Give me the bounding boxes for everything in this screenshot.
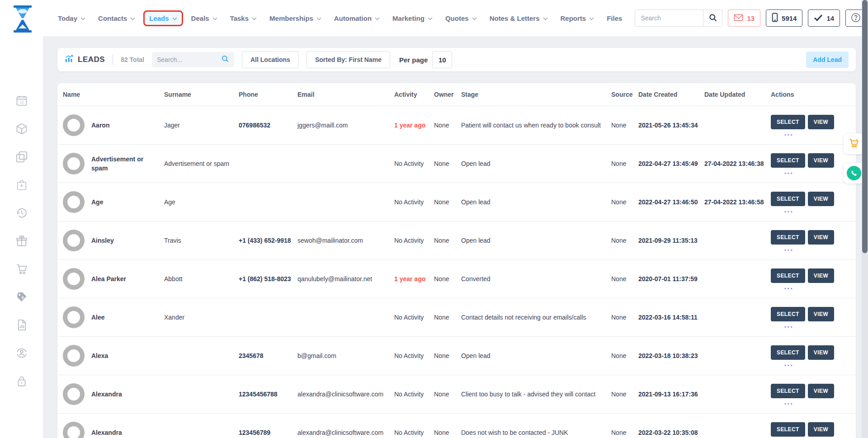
column-header-email: Email [297,90,394,99]
scrollbar-thumb[interactable] [862,0,868,253]
view-button[interactable]: VIEW [808,422,834,437]
view-button[interactable]: VIEW [808,230,834,245]
view-button[interactable]: VIEW [808,153,834,168]
cell-stage: Client too busy to talk - advised they w… [461,390,611,399]
cell-stage: Converted [461,274,611,283]
global-search-input[interactable] [635,10,703,26]
more-actions-button[interactable]: ••• [784,210,849,213]
divider [113,55,113,65]
question-icon [851,13,861,24]
select-button[interactable]: SELECT [771,192,805,206]
table-row[interactable]: Alexa 2345678 b@gmail.com No Activity No… [57,336,856,375]
view-button[interactable]: VIEW [808,384,834,398]
cell-phone: +1 (433) 652-9918 [239,236,297,245]
more-actions-button[interactable]: ••• [784,402,849,405]
table-search-input[interactable] [157,56,221,63]
more-actions-button[interactable]: ••• [784,249,849,251]
report-icon[interactable] [15,318,28,332]
more-actions-button[interactable]: ••• [784,133,849,136]
more-actions-button[interactable]: ••• [784,364,849,367]
calendar-icon[interactable]: 12 [15,94,28,108]
phone-badge[interactable]: 5914 [766,9,802,27]
more-actions-button[interactable]: ••• [784,287,849,290]
lock-icon[interactable] [15,374,28,388]
cart-icon[interactable] [15,262,28,276]
select-button[interactable]: SELECT [771,307,805,321]
table-row[interactable]: Age Age No Activity None Open lead None … [57,183,856,221]
table-row[interactable]: Alee Xander No Activity None Contact det… [57,298,856,336]
nav-item-reports[interactable]: Reports [561,14,594,22]
cell-name: Alea Parker [63,268,164,290]
price-tag-icon[interactable]: $ [15,290,28,304]
cell-name: Age [63,191,164,213]
nav-item-contacts[interactable]: Contacts [98,14,135,22]
tasks-badge[interactable]: 14 [808,9,840,27]
chevron-down-icon [316,17,321,20]
select-button[interactable]: SELECT [771,153,805,168]
avatar [63,306,85,328]
cell-date-created: 2022-04-27 13:46:50 [638,198,704,207]
select-button[interactable]: SELECT [771,345,805,360]
view-button[interactable]: VIEW [808,345,834,360]
nav-item-tasks[interactable]: Tasks [230,14,257,22]
nav-item-today[interactable]: Today [58,14,85,22]
table-row[interactable]: Alexandra 123456789 alexandra@clinicsoft… [57,413,856,438]
table-row[interactable]: Advertisement or spam Advertisement or s… [57,144,856,183]
table-row[interactable]: Alexandra 12345456788 alexandra@clinicso… [57,375,856,413]
copy-icon[interactable] [15,150,28,164]
nav-item-memberships[interactable]: Memberships [269,14,321,22]
table-row[interactable]: Ainsley Travis +1 (433) 652-9918 sewoh@m… [57,221,856,259]
cube-icon[interactable] [15,122,28,136]
nav-item-leads[interactable]: Leads [143,10,183,26]
global-search-button[interactable] [703,10,722,26]
view-button[interactable]: VIEW [808,307,834,321]
select-button[interactable]: SELECT [771,230,805,245]
nav-item-deals[interactable]: Deals [191,14,217,22]
cell-surname: Advertisement or spam [164,159,239,168]
cell-owner: None [434,159,461,168]
cell-activity: No Activity [394,390,434,399]
gift-icon[interactable] [15,234,28,248]
search-icon [221,55,229,65]
mail-badge[interactable]: 13 [728,9,760,27]
select-button[interactable]: SELECT [771,384,805,398]
cell-date-updated: 27-04-2022 13:46:38 [704,159,771,168]
nav-item-files[interactable]: Files [607,14,622,22]
location-filter[interactable]: All Locations [242,51,299,68]
view-button[interactable]: VIEW [808,268,834,283]
more-actions-button[interactable]: ••• [784,325,849,328]
select-button[interactable]: SELECT [771,115,805,129]
cell-activity: No Activity [394,159,434,168]
table-row[interactable]: Alea Parker Abbott +1 (862) 518-8023 qan… [57,259,856,298]
account-icon[interactable] [15,346,28,360]
nav-item-label: Today [58,14,77,22]
nav-item-quotes[interactable]: Quotes [445,14,477,22]
per-page-input[interactable] [432,51,452,68]
cell-stage: Patient will contact us when ready to bo… [461,121,611,130]
select-button[interactable]: SELECT [771,422,805,437]
view-button[interactable]: VIEW [808,192,834,206]
cell-owner: None [434,198,461,207]
sort-filter[interactable]: Sorted By: First Name [307,51,390,68]
nav-item-notes-letters[interactable]: Notes & Letters [490,14,548,22]
bag-icon[interactable] [15,178,28,192]
more-actions-button[interactable]: ••• [784,172,849,174]
history-icon[interactable] [15,206,28,220]
nav-item-automation[interactable]: Automation [334,14,380,22]
cell-surname: Age [164,198,239,207]
cell-name: Alexandra [63,383,164,405]
cell-date-created: 2021-05-26 13:45:34 [638,121,704,130]
nav-item-label: Tasks [230,14,249,22]
chevron-down-icon [80,17,85,20]
cell-name: Advertisement or spam [63,153,164,174]
app-logo-hourglass-icon[interactable] [11,5,34,33]
add-lead-button[interactable]: Add Lead [806,52,849,68]
cell-date-created: 2020-07-01 11:37:59 [638,274,704,283]
view-button[interactable]: VIEW [808,115,834,129]
table-row[interactable]: Aaron Jager 076986532 jggers@maill.com 1… [57,106,856,144]
nav-item-marketing[interactable]: Marketing [392,14,433,22]
column-header-phone: Phone [239,90,297,99]
per-page-label: Per page [399,56,428,64]
phone-call-icon [847,166,861,180]
select-button[interactable]: SELECT [771,268,805,283]
